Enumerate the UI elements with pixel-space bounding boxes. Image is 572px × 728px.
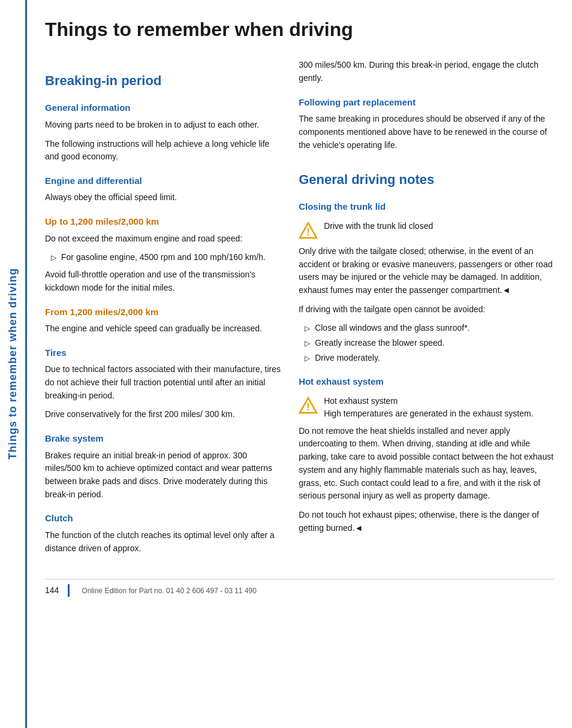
trunk-lid-warning: ! Drive with the trunk lid closed: [299, 220, 554, 240]
tires-p2: Drive conservatively for the first 200 m…: [45, 408, 281, 421]
tires-p1: Due to technical factors associated with…: [45, 363, 281, 402]
sidebar-label: Things to remember when driving: [5, 268, 21, 460]
hot-exhaust-warning-content: Hot exhaust system High temperatures are…: [324, 395, 533, 420]
bullet-text: Drive moderately.: [315, 352, 380, 364]
upto1200-p2: Avoid full-throttle operation and use of…: [45, 268, 281, 294]
warning-triangle-icon: !: [299, 221, 318, 240]
engine-diff-p1: Always obey the official speed limit.: [45, 191, 281, 204]
brake-heading: Brake system: [45, 432, 281, 446]
left-column: Breaking-in period General information M…: [45, 59, 281, 561]
hot-exhaust-warning-label: Hot exhaust system: [324, 396, 398, 406]
page-number: 144: [45, 584, 70, 597]
list-item: ▷ For gasoline engine, 4500 rpm and 100 …: [51, 251, 281, 264]
clutch-p1: The function of the clutch reaches its o…: [45, 529, 281, 555]
page-title: Things to remember when driving: [45, 18, 554, 41]
engine-diff-heading: Engine and differential: [45, 174, 281, 188]
svg-text:!: !: [306, 227, 309, 237]
hot-exhaust-p1: Do not remove the heat shields installed…: [299, 425, 554, 503]
list-item: ▷ Close all windows and the glass sunroo…: [305, 322, 554, 334]
main-content: Things to remember when driving Breaking…: [27, 0, 572, 728]
clutch-heading: Clutch: [45, 512, 281, 525]
hot-exhaust-heading: Hot exhaust system: [299, 375, 554, 389]
trunk-lid-p2: If driving with the tailgate open cannot…: [299, 303, 554, 316]
list-item: ▷ Drive moderately.: [305, 352, 554, 364]
bullet-arrow-icon: ▷: [51, 252, 56, 263]
upto1200-bullets: ▷ For gasoline engine, 4500 rpm and 100 …: [51, 251, 281, 264]
clutch-continued: 300 miles/500 km. During this break-in p…: [299, 59, 554, 84]
part-replacement-heading: Following part replacement: [299, 96, 554, 110]
trunk-lid-p1: Only drive with the tailgate closed; oth…: [299, 245, 554, 297]
general-info-heading: General information: [45, 101, 281, 115]
warning-triangle-icon2: !: [299, 396, 318, 415]
general-info-p2: The following instructions will help ach…: [45, 138, 281, 164]
tires-heading: Tires: [45, 346, 281, 360]
trunk-lid-heading: Closing the trunk lid: [299, 200, 554, 214]
right-column: 300 miles/500 km. During this break-in p…: [299, 59, 554, 561]
trunk-lid-warning-label: Drive with the trunk lid closed: [324, 220, 433, 232]
hot-exhaust-warning-body: High temperatures are generated in the e…: [324, 409, 533, 418]
bullet-text: For gasoline engine, 4500 rpm and 100 mp…: [61, 251, 266, 264]
hot-exhaust-p2: Do not touch hot exhaust pipes; otherwis…: [299, 509, 554, 534]
footer-note: Online Edition for Part no. 01 40 2 606 …: [82, 585, 257, 596]
trunk-lid-bullets: ▷ Close all windows and the glass sunroo…: [305, 322, 554, 364]
general-info-p1: Moving parts need to be broken in to adj…: [45, 119, 281, 132]
sidebar: Things to remember when driving: [0, 0, 27, 728]
footer: 144 Online Edition for Part no. 01 40 2 …: [45, 579, 554, 597]
from1200-p1: The engine and vehicle speed can gradual…: [45, 322, 281, 336]
general-driving-heading: General driving notes: [299, 170, 554, 189]
bullet-arrow-icon: ▷: [305, 338, 310, 349]
svg-text:!: !: [306, 402, 309, 412]
upto1200-heading: Up to 1,200 miles/2,000 km: [45, 215, 281, 229]
breaking-in-heading: Breaking-in period: [45, 71, 281, 90]
upto1200-p1: Do not exceed the maximum engine and roa…: [45, 232, 281, 246]
hot-exhaust-warning: ! Hot exhaust system High temperatures a…: [299, 395, 554, 420]
bullet-arrow-icon: ▷: [305, 323, 310, 334]
bullet-text: Greatly increase the blower speed.: [315, 337, 444, 349]
bullet-arrow-icon: ▷: [305, 353, 310, 364]
list-item: ▷ Greatly increase the blower speed.: [305, 337, 554, 349]
part-replacement-p1: The same breaking in procedures should b…: [299, 113, 554, 152]
from1200-heading: From 1,200 miles/2,000 km: [45, 306, 281, 319]
brake-p1: Brakes require an initial break-in perio…: [45, 449, 281, 502]
bullet-text: Close all windows and the glass sunroof*…: [315, 322, 469, 334]
two-column-layout: Breaking-in period General information M…: [45, 59, 554, 561]
